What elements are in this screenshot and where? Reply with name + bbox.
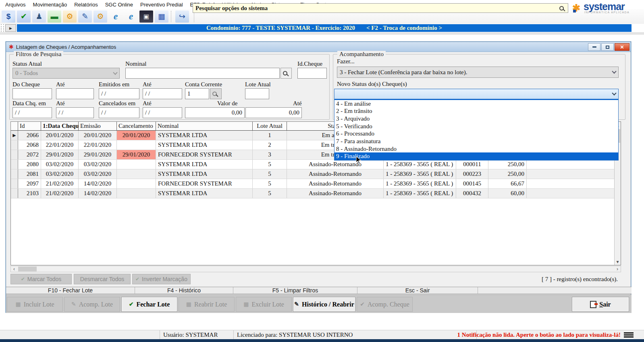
historico-reabrir-button[interactable]: ✎Histórico / Reabrir <box>293 297 355 312</box>
ate-cancelados-input[interactable]: / / <box>143 107 182 118</box>
maximize-button[interactable] <box>601 43 614 51</box>
cell-conta[interactable]: 1 - 258369 - 3565 ( REAL ) <box>384 169 456 179</box>
toolbar-gripper[interactable] <box>1 24 4 32</box>
gears-panel-icon[interactable]: ⚙ <box>93 10 107 23</box>
cell-id[interactable]: 2081 <box>18 169 41 179</box>
cell-status[interactable]: Assinado-Retornando <box>287 160 384 169</box>
fkey-f10[interactable]: F10 - Fechar Lote <box>6 287 135 294</box>
cell-cancelamento[interactable] <box>117 140 156 150</box>
lote-atual-input[interactable] <box>245 88 269 99</box>
fazer-combo[interactable]: 3 - Fechar Lote (Conferência para dar ba… <box>337 67 619 78</box>
internet-icon[interactable]: e <box>109 10 123 23</box>
cell-emissao[interactable]: 20/01/2020 <box>79 131 117 140</box>
exit-door-icon[interactable]: ↪ <box>175 10 189 23</box>
cell-emissao[interactable]: 29/01/2020 <box>79 150 117 159</box>
nominal-search-button[interactable] <box>280 68 292 79</box>
minimize-button[interactable] <box>588 43 600 51</box>
cell-emissao[interactable]: 14/02/2020 <box>79 189 117 198</box>
cancelados-input[interactable]: / / <box>99 107 139 118</box>
dropdown-option[interactable]: 4 - Em análise <box>334 100 618 108</box>
ate-data-chq-input[interactable]: / / <box>56 107 94 118</box>
cell-valor[interactable]: 250,00 <box>488 160 527 169</box>
edit-wizard-icon[interactable]: ✎ <box>78 10 92 23</box>
cell-lote-atual[interactable]: 5 <box>253 160 287 169</box>
cell-cancelamento[interactable] <box>117 169 156 179</box>
col-cancelamento[interactable]: Cancelamento <box>117 122 156 130</box>
cell-conta[interactable]: 1 - 258369 - 3565 ( REAL ) <box>384 160 456 169</box>
people-icon[interactable]: ♟ <box>32 10 46 23</box>
dropdown-option[interactable]: 5 - Verificando <box>334 123 618 130</box>
cell-id[interactable]: 2068 <box>18 140 41 150</box>
dropdown-option[interactable]: 8 - Assinado-Retornando <box>334 145 618 153</box>
data-chq-input[interactable]: / / <box>12 107 52 118</box>
accounts-tree-icon[interactable]: $ <box>2 10 15 23</box>
menu-item[interactable]: Preventivo Predial <box>137 1 187 8</box>
do-cheque-input[interactable] <box>12 88 52 99</box>
cell-numero[interactable]: 000145 <box>456 179 488 188</box>
scroll-down-icon[interactable]: ▾ <box>615 259 621 265</box>
reabrir-lote-button[interactable]: ▦Reabrir Lote <box>179 297 235 312</box>
cell-nominal[interactable]: SYSTEMAR LTDA <box>156 140 253 150</box>
search-icon[interactable] <box>559 6 564 10</box>
menu-item[interactable]: SGC Online <box>102 1 137 8</box>
cell-id[interactable]: 2080 <box>18 160 41 169</box>
cell-data-cheque[interactable]: 03/02/2020 <box>41 169 79 179</box>
table-row[interactable]: 2103 21/02/2020 14/02/2020 SYSTEMAR LTDA… <box>11 189 621 198</box>
barcode-gear-icon[interactable]: ⚙ <box>63 10 77 23</box>
cell-numero[interactable]: 000432 <box>456 189 488 198</box>
fkey-f5[interactable]: F5 - Limpar Filtros <box>233 287 357 294</box>
inverter-marcacao-button[interactable]: ✔Inverter Marcação <box>132 274 191 284</box>
menu-item[interactable]: Arquivos <box>2 1 29 8</box>
horizontal-scrollbar[interactable]: ‹ › <box>10 266 621 272</box>
menu-item[interactable]: Movimentação <box>29 1 71 8</box>
sair-button[interactable]: Sair <box>572 297 629 312</box>
cell-lote-atual[interactable]: 3 <box>253 150 287 159</box>
cell-data-cheque[interactable]: 03/02/2020 <box>41 160 79 169</box>
status-atual-combo[interactable]: 0 - Todos <box>12 68 120 79</box>
dropdown-option[interactable]: 7 - Para assinatura <box>334 138 618 145</box>
conta-corrente-input[interactable]: 1 <box>185 88 209 99</box>
condo-bar-expand-button[interactable]: ▶ <box>5 24 16 32</box>
cell-status[interactable]: Assinado-Retornando <box>287 169 384 179</box>
cell-status[interactable]: Assinado-Retornando <box>287 179 384 188</box>
ate-emitidos-input[interactable]: / / <box>143 88 182 99</box>
cell-lote-atual[interactable]: 5 <box>253 189 287 198</box>
money-icon[interactable]: ▬ <box>48 10 61 23</box>
col-emissao[interactable]: Emissão <box>79 122 117 130</box>
cell-valor[interactable]: 250,00 <box>488 169 527 179</box>
scroll-left-icon[interactable]: ‹ <box>11 266 17 272</box>
dropdown-option[interactable]: 3 - Arquivado <box>334 115 618 123</box>
cell-numero[interactable]: 000011 <box>456 160 488 169</box>
col-data-cheque[interactable]: 1:Data Chequ <box>41 122 79 130</box>
search-input[interactable] <box>193 5 559 12</box>
cell-emissao[interactable]: 03/02/2020 <box>79 169 117 179</box>
table-row[interactable]: 2080 03/02/2020 03/02/2020 SYSTEMAR LTDA… <box>11 160 621 169</box>
acomp-cheque-button[interactable]: ✔Acomp. Cheque <box>357 297 413 312</box>
cell-cancelamento[interactable]: 20/01/2020 <box>117 131 156 140</box>
cell-cancelamento[interactable]: 29/01/2020 <box>117 150 156 159</box>
cell-nominal[interactable]: SYSTEMAR LTDA <box>156 169 253 179</box>
conta-search-button[interactable] <box>210 88 222 99</box>
excluir-lote-button[interactable]: ▦Excluir Lote <box>236 297 292 312</box>
ate-valor-input[interactable]: 0,00 <box>245 107 302 118</box>
cell-id[interactable]: 2103 <box>18 189 41 198</box>
fkey-f4[interactable]: F4 - Histórico <box>135 287 233 294</box>
cell-data-cheque[interactable]: 29/01/2020 <box>41 150 79 159</box>
notifications-menu-icon[interactable] <box>624 332 634 338</box>
cell-lote-atual[interactable]: 5 <box>253 169 287 179</box>
building-check-icon[interactable]: ✔ <box>17 10 31 23</box>
calculator-icon[interactable]: ▦ <box>155 10 168 23</box>
cell-data-cheque[interactable]: 22/01/2020 <box>41 140 79 150</box>
dropdown-option[interactable]: 2 - Em trânsito <box>334 108 618 115</box>
scroll-right-icon[interactable]: › <box>614 266 621 272</box>
cell-lote-atual[interactable]: 1 <box>253 131 287 140</box>
fechar-lote-button[interactable]: ✔Fechar Lote <box>121 297 177 312</box>
scrollbar-thumb[interactable] <box>18 267 37 271</box>
close-button[interactable]: ✕ <box>615 43 629 51</box>
marcar-todos-button[interactable]: ✔Marcar Todos <box>10 274 72 284</box>
cell-conta[interactable]: 1 - 258369 - 3565 ( REAL ) <box>384 179 456 188</box>
cell-emissao[interactable]: 14/02/2020 <box>79 179 117 188</box>
cell-valor[interactable]: 66,67 <box>488 179 527 188</box>
cell-cancelamento[interactable] <box>117 179 156 188</box>
cell-nominal[interactable]: SYSTEMAR LTDA <box>156 189 253 198</box>
